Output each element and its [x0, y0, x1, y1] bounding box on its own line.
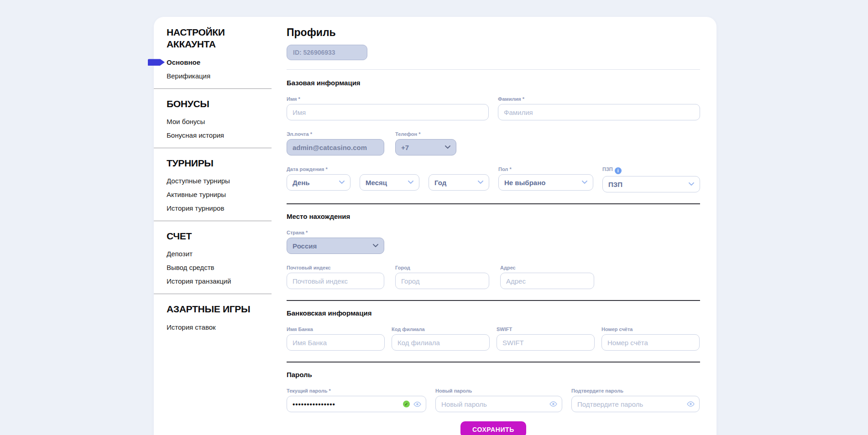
city-input[interactable] — [395, 273, 489, 289]
chevron-down-icon — [408, 181, 413, 184]
sidebar-item-withdrawal[interactable]: Вывод средств — [154, 264, 287, 271]
sidebar-item-transaction-history[interactable]: История транзакций — [154, 278, 287, 285]
eye-icon[interactable] — [413, 401, 421, 407]
last-name-input[interactable] — [498, 104, 700, 120]
email-input — [287, 139, 384, 155]
sidebar-item-bet-history[interactable]: История ставок — [154, 324, 287, 331]
birth-month-value: Месяц — [366, 179, 387, 186]
bank-row: Имя Банка Код филиала SWIFT Номер счёта — [287, 326, 700, 351]
country-row: Страна * Россия — [287, 230, 700, 254]
sidebar-item-verification[interactable]: Верификация — [154, 72, 287, 80]
sidebar-item-label: Верификация — [167, 72, 210, 80]
section-title-basic-info: Базовая информация — [287, 79, 700, 87]
divider — [287, 69, 700, 70]
birth-month-field: Месяц — [360, 166, 419, 192]
confirm-password-field: Подтвердите пароль — [571, 388, 700, 412]
sidebar-group-account: СЧЕТ — [167, 230, 268, 242]
eye-icon[interactable] — [549, 401, 557, 407]
sidebar-item-available-tournaments[interactable]: Доступные турниры — [154, 177, 287, 185]
section-divider — [287, 362, 700, 362]
sidebar-item-deposit[interactable]: Депозит — [154, 250, 287, 258]
sidebar-item-label: Мои бонусы — [167, 118, 205, 125]
sidebar-group-gambling: АЗАРТНЫЕ ИГРЫ — [167, 303, 268, 315]
sidebar-item-label: История турниров — [167, 204, 224, 212]
sidebar-item-tournament-history[interactable]: История турниров — [154, 205, 287, 212]
birth-gender-row: Дата рождения * День Месяц — [287, 166, 700, 192]
sidebar-group-account-settings: НАСТРОЙКИ АККАУНТА — [167, 26, 268, 51]
country-value: Россия — [293, 242, 317, 250]
address-field: Адрес — [500, 265, 594, 289]
bank-name-label: Имя Банка — [287, 326, 385, 332]
birth-day-select[interactable]: День — [287, 174, 350, 191]
birth-year-select[interactable]: Год — [429, 174, 489, 191]
swift-label: SWIFT — [497, 326, 595, 332]
sidebar-divider — [154, 88, 272, 89]
country-label: Страна * — [287, 230, 384, 236]
new-password-input[interactable] — [435, 396, 562, 412]
swift-field: SWIFT — [497, 326, 595, 351]
account-settings-card: НАСТРОЙКИ АККАУНТА Основное Верификация … — [154, 17, 716, 435]
address-input[interactable] — [500, 273, 594, 289]
valid-check-icon: ✓ — [403, 401, 410, 408]
address-label: Адрес — [500, 265, 594, 271]
sidebar-divider — [154, 294, 272, 294]
pzp-value: ПЗП — [608, 181, 622, 188]
postal-code-label: Почтовый индекс — [287, 265, 384, 271]
sidebar-divider — [154, 221, 272, 221]
gender-select[interactable]: Не выбрано — [498, 174, 593, 191]
chevron-down-icon — [445, 145, 450, 149]
sidebar-item-active-tournaments[interactable]: Активные турниры — [154, 191, 287, 198]
postal-code-input[interactable] — [287, 273, 384, 289]
save-row: СОХРАНИТЬ — [287, 421, 700, 435]
sidebar-group-bonuses: БОНУСЫ — [167, 98, 268, 110]
sidebar-item-main[interactable]: Основное — [154, 59, 287, 66]
sidebar-item-label: Депозит — [167, 250, 193, 258]
birth-month-select[interactable]: Месяц — [360, 174, 419, 191]
email-label: Эл.почта * — [287, 131, 384, 137]
gender-field: Пол * Не выбрано — [498, 166, 593, 192]
info-icon[interactable]: i — [615, 167, 622, 174]
active-arrow-icon — [148, 59, 165, 66]
current-password-label: Текущий пароль * — [287, 388, 426, 394]
address-row: Почтовый индекс Город Адрес — [287, 265, 700, 289]
empty-label — [360, 166, 419, 172]
sidebar-item-label: Доступные турниры — [167, 177, 230, 185]
first-name-input[interactable] — [287, 104, 489, 120]
section-title-location: Место нахождения — [287, 212, 700, 220]
save-button[interactable]: СОХРАНИТЬ — [460, 421, 526, 435]
swift-input[interactable] — [497, 334, 595, 351]
branch-code-field: Код филиала — [392, 326, 490, 351]
pzp-select[interactable]: ПЗП — [602, 176, 700, 192]
eye-icon[interactable] — [687, 401, 695, 407]
birth-day-value: День — [293, 179, 310, 186]
gender-value: Не выбрано — [504, 179, 545, 186]
gender-label: Пол * — [498, 166, 593, 172]
last-name-label: Фамилия * — [498, 96, 700, 102]
new-password-label: Новый пароль — [435, 388, 562, 394]
chevron-down-icon — [373, 244, 378, 248]
birth-date-label: Дата рождения * — [287, 166, 350, 172]
branch-code-label: Код филиала — [392, 326, 490, 332]
bank-name-input[interactable] — [287, 334, 385, 351]
sidebar-item-bonus-history[interactable]: Бонусная история — [154, 132, 287, 139]
city-field: Город — [395, 265, 489, 289]
section-title-bank-info: Банковская информация — [287, 309, 700, 317]
profile-id-value: ID: 526906933 — [293, 49, 335, 56]
first-name-field: Имя * — [287, 96, 489, 120]
birth-year-value: Год — [434, 179, 446, 186]
sidebar: НАСТРОЙКИ АККАУНТА Основное Верификация … — [154, 17, 287, 435]
password-row: Текущий пароль * ✓ Новый пароль — [287, 388, 700, 412]
postal-code-field: Почтовый индекс — [287, 265, 384, 289]
profile-id-badge: ID: 526906933 — [287, 45, 367, 60]
sidebar-item-label: Бонусная история — [167, 131, 224, 139]
sidebar-item-my-bonuses[interactable]: Мои бонусы — [154, 118, 287, 125]
new-password-field: Новый пароль — [435, 388, 562, 412]
sidebar-item-label: История транзакций — [167, 277, 231, 285]
email-phone-row: Эл.почта * Телефон * +7 — [287, 131, 700, 155]
new-password-wrap — [435, 396, 562, 412]
account-number-input[interactable] — [601, 334, 700, 351]
branch-code-input[interactable] — [392, 334, 490, 351]
chevron-down-icon — [339, 181, 345, 184]
confirm-password-input[interactable] — [571, 396, 700, 412]
pzp-field: ПЗПi ПЗП — [602, 166, 700, 192]
